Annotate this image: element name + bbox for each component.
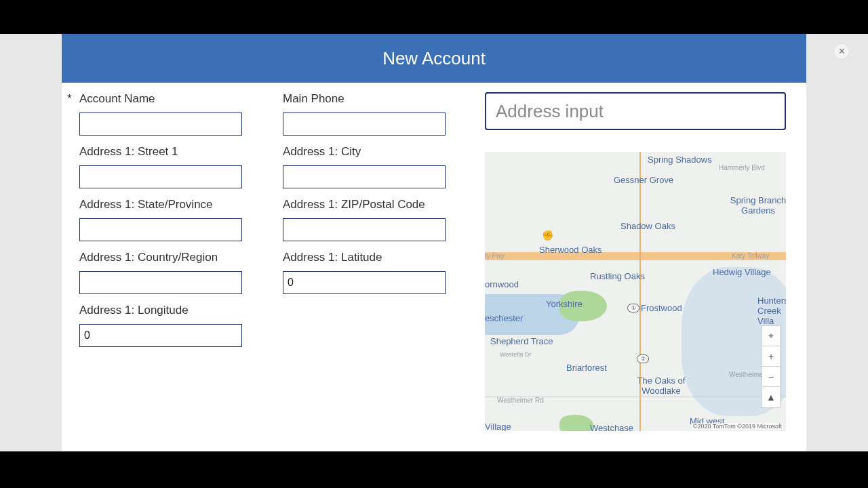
map-label: ty Fwy (485, 252, 505, 260)
latitude-input[interactable] (283, 271, 446, 294)
account-name-input[interactable] (79, 113, 242, 136)
letterbox-bottom (0, 451, 868, 488)
field-state: Address 1: State/Province (67, 198, 271, 241)
field-city: Address 1: City (271, 145, 467, 188)
label-longitude: Address 1: Longitude (67, 304, 271, 317)
workarea: ✕ New Account * Account Name (0, 34, 868, 451)
map-zoom-in-button[interactable]: + (762, 346, 780, 367)
field-latitude: Address 1: Latitude (271, 251, 467, 294)
map-label: Spring Shadows (648, 155, 712, 165)
map-label: Shepherd Trace (490, 336, 553, 346)
map-label: ornwood (485, 279, 519, 289)
map-label: Westheimer Rd (497, 396, 544, 404)
zip-input[interactable] (283, 218, 446, 241)
map-label: Sherwood Oaks (539, 245, 602, 255)
map-label: Hammerly Blvd (719, 164, 765, 171)
route-marker-1: ① (627, 304, 639, 312)
map-label: Westchase (590, 423, 633, 431)
new-account-dialog: ✕ New Account * Account Name (62, 34, 806, 451)
label-country: Address 1: Country/Region (67, 251, 271, 264)
state-input[interactable] (79, 218, 242, 241)
map-attribution: ©2020 TomTom ©2019 Microsoft (692, 423, 783, 430)
form-column-right: Main Phone Address 1: City (271, 92, 467, 431)
city-input[interactable] (283, 165, 446, 188)
map-rotate-button[interactable]: ▲ (762, 387, 780, 407)
map-canvas[interactable]: ✊ ① ① Spring Shadows Gessner Grove Hamme… (485, 152, 786, 431)
close-icon: ✕ (838, 46, 846, 56)
map-label: Hunters Creek Villa (757, 296, 786, 326)
map-controls: ⌖ + − ▲ (762, 325, 781, 408)
required-marker: * (67, 92, 79, 106)
label-text-street1: Address 1: Street 1 (79, 145, 178, 159)
map-label: Hedwig Village (713, 267, 771, 277)
field-zip: Address 1: ZIP/Postal Code (271, 198, 467, 241)
label-city: Address 1: City (271, 145, 467, 159)
map-zoom-out-button[interactable]: − (762, 367, 780, 387)
label-latitude: Address 1: Latitude (271, 251, 467, 264)
field-account-name: * Account Name (67, 92, 271, 136)
map-label: Briarforest (566, 363, 607, 373)
label-street1: Address 1: Street 1 (67, 145, 271, 159)
label-text-longitude: Address 1: Longitude (79, 304, 189, 317)
address-search-input[interactable] (485, 92, 786, 130)
dialog-content: * Account Name Address 1: Street 1 (62, 83, 806, 431)
letterbox-top (0, 0, 868, 34)
map-label: Rustling Oaks (590, 271, 645, 281)
map-label: The Oaks of Woodlake (631, 375, 692, 396)
label-account-name: * Account Name (67, 92, 271, 106)
label-text-country: Address 1: Country/Region (79, 251, 218, 264)
map-label: Gessner Grove (614, 175, 673, 185)
main-phone-input[interactable] (283, 113, 446, 136)
label-state: Address 1: State/Province (67, 198, 271, 211)
street1-input[interactable] (79, 165, 242, 188)
map-label: Frostwood (641, 303, 682, 313)
label-text-city: Address 1: City (283, 145, 361, 159)
map-label: Katy Tollway (732, 252, 769, 260)
map-label: Westella Dr (500, 351, 531, 358)
country-input[interactable] (79, 271, 242, 294)
label-text-state: Address 1: State/Province (79, 198, 213, 211)
form-columns: * Account Name Address 1: Street 1 (67, 92, 478, 431)
field-main-phone: Main Phone (271, 92, 467, 136)
label-text-latitude: Address 1: Latitude (283, 251, 382, 264)
map-label: Spring Branch Gardens (728, 195, 786, 216)
field-longitude: Address 1: Longitude (67, 304, 271, 347)
route-marker-2: ① (637, 354, 649, 363)
dialog-title: New Account (382, 48, 486, 69)
close-button[interactable]: ✕ (834, 44, 849, 59)
map-pane: ✊ ① ① Spring Shadows Gessner Grove Hamme… (478, 92, 800, 431)
label-text-main-phone: Main Phone (283, 92, 344, 106)
park-2 (559, 415, 593, 431)
label-zip: Address 1: ZIP/Postal Code (271, 198, 467, 211)
grab-cursor-icon: ✊ (542, 230, 553, 241)
map-label: Shadow Oaks (620, 221, 675, 231)
dialog-header: New Account (62, 34, 806, 83)
label-text-account-name: Account Name (79, 92, 155, 106)
map-label: Yorkshire (546, 299, 583, 309)
form-column-left: * Account Name Address 1: Street 1 (67, 92, 271, 431)
label-main-phone: Main Phone (271, 92, 467, 106)
field-country: Address 1: Country/Region (67, 251, 271, 294)
longitude-input[interactable] (79, 324, 242, 347)
field-street1: Address 1: Street 1 (67, 145, 271, 188)
map-label: eschester (485, 313, 523, 323)
label-text-zip: Address 1: ZIP/Postal Code (283, 198, 425, 211)
map-locate-button[interactable]: ⌖ (762, 326, 780, 346)
map-label: Village (485, 422, 511, 431)
